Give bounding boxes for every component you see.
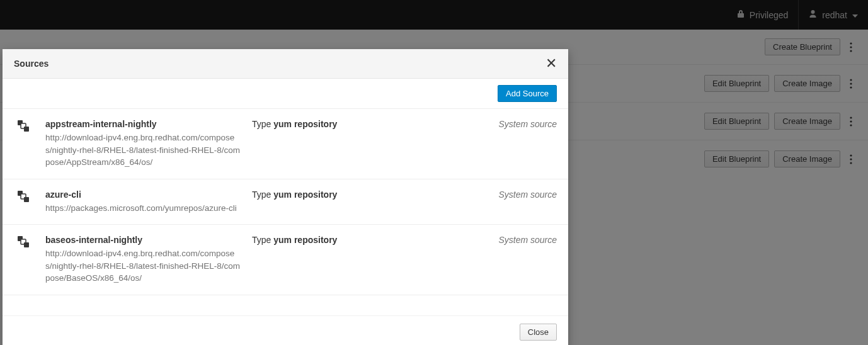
source-type: Type yum repository (252, 235, 403, 285)
modal-header: Sources ✕ (3, 49, 568, 79)
source-main: appstream-internal-nightly http://downlo… (45, 119, 241, 169)
source-row: baseos-internal-nightly http://download-… (3, 225, 568, 295)
source-main: azure-cli https://packages.microsoft.com… (45, 189, 241, 215)
close-icon[interactable]: ✕ (545, 57, 557, 71)
source-type: Type yum repository (252, 189, 403, 215)
modal-toolbar: Add Source (3, 79, 568, 109)
system-source-badge: System source (414, 119, 557, 169)
source-main: baseos-internal-nightly http://download-… (45, 235, 241, 285)
type-value: yum repository (273, 119, 337, 129)
sources-modal: Sources ✕ Add Source appstream-internal-… (3, 49, 568, 345)
source-type: Type yum repository (252, 119, 403, 169)
source-url: https://packages.microsoft.com/yumrepos/… (45, 202, 241, 215)
close-button[interactable]: Close (520, 324, 557, 341)
source-url: http://download-ipv4.eng.brq.redhat.com/… (45, 132, 241, 169)
repository-icon (14, 189, 34, 215)
svg-rect-20 (24, 242, 29, 247)
type-value: yum repository (273, 235, 337, 245)
repository-icon (14, 235, 34, 285)
source-list: appstream-internal-nightly http://downlo… (3, 109, 568, 295)
type-prefix: Type (252, 189, 273, 200)
source-name: azure-cli (45, 189, 241, 200)
modal-footer: Close (3, 315, 568, 345)
modal-title: Sources (14, 59, 49, 69)
system-source-badge: System source (414, 235, 557, 285)
type-value: yum repository (273, 189, 337, 200)
add-source-button[interactable]: Add Source (498, 85, 557, 102)
system-source-badge: System source (414, 189, 557, 215)
repository-icon (14, 119, 34, 169)
source-name: appstream-internal-nightly (45, 119, 241, 129)
type-prefix: Type (252, 119, 273, 129)
type-prefix: Type (252, 235, 273, 245)
svg-rect-17 (24, 197, 29, 202)
source-row: azure-cli https://packages.microsoft.com… (3, 179, 568, 225)
svg-rect-14 (24, 127, 29, 132)
source-name: baseos-internal-nightly (45, 235, 241, 245)
source-url: http://download-ipv4.eng.brq.redhat.com/… (45, 247, 241, 285)
source-row: appstream-internal-nightly http://downlo… (3, 109, 568, 179)
